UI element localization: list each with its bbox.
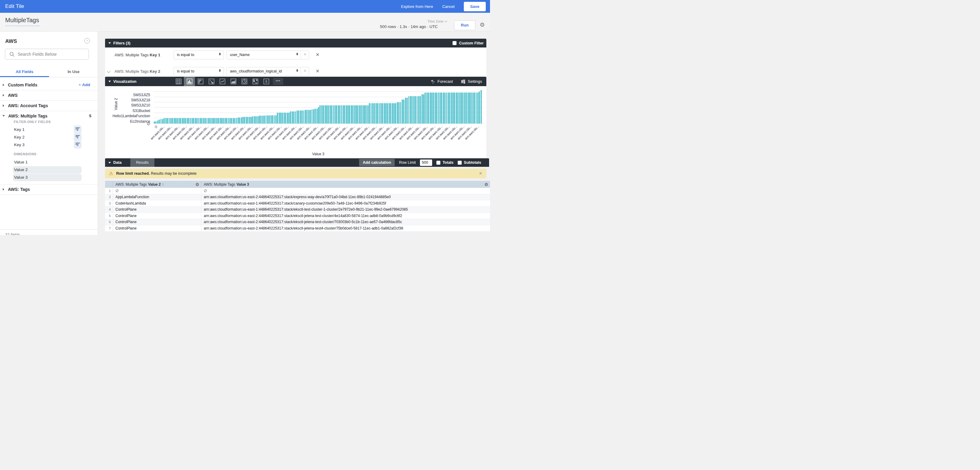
add-custom-field-button[interactable]: + Add [79,83,90,87]
bar [303,111,304,124]
filter-icon[interactable] [74,141,82,149]
gear-icon[interactable]: ⚙ [484,183,488,187]
bar [244,117,245,124]
chevron-down-icon[interactable] [107,70,110,73]
chart-type-bar-icon[interactable] [195,77,206,86]
bar [443,92,444,124]
column-header-value-3[interactable]: AWS: Multiple Tags Value 3 ⚙ [201,181,490,188]
bar [426,92,428,124]
section-aws-tags[interactable]: AWS: Tags [0,184,98,194]
explore-from-here-link[interactable]: Explore from Here [401,4,433,9]
visualization-header[interactable]: Visualization [113,79,137,84]
select-arrows-icon [219,52,221,56]
caret-right-icon [3,94,4,97]
bar [323,105,324,124]
bar [366,105,367,124]
bar [300,111,301,124]
bar [170,118,172,123]
filter-row-key-1: AWS: Multiple Tags Key 1 is equal to use… [105,51,486,59]
query-stats: 500 rows · 1.3s · 14m ago · UTC [380,24,438,29]
data-header-label[interactable]: Data [113,160,121,165]
bar [418,96,419,124]
filter-operator-select[interactable]: is equal to [173,51,224,59]
subtotals-checkbox[interactable] [458,161,462,165]
bar [444,92,445,124]
bar [161,119,162,124]
bar [333,105,334,124]
section-aws-multiple-tags[interactable]: AWS: Multiple Tags 5 [0,111,98,121]
chart-type-column-icon-selected[interactable] [184,77,195,86]
totals-checkbox[interactable] [436,161,441,165]
bar [468,92,469,124]
chart-type-pie-icon[interactable] [239,77,250,86]
chart-type-scatter-icon[interactable] [206,77,217,86]
chart-type-single-value-icon[interactable]: 6 [261,77,272,86]
chart-type-table-icon[interactable] [173,77,184,86]
results-tab[interactable]: Results [130,158,154,167]
bar [466,92,467,124]
bar [262,116,263,123]
bar [351,105,352,124]
custom-filter-checkbox[interactable] [453,41,457,45]
section-custom-fields[interactable]: Custom Fields + Add [0,80,98,90]
bar [388,103,390,123]
collapse-sidebar-button[interactable]: ‹ [84,38,90,43]
remove-filter-icon[interactable]: × [316,51,320,58]
bar [182,118,183,123]
y-tick-label: S31Bucket [105,109,150,113]
field-key-2: Key 2 [0,133,98,141]
bar [254,116,255,124]
cancel-button[interactable]: Cancel [442,4,454,9]
table-row: 1 ∅ ∅ [105,188,490,194]
visualization-panel: Visualization [105,77,486,158]
settings-button[interactable]: Settings [461,79,482,84]
caret-down-icon[interactable] [108,81,111,82]
chart-type-map-icon[interactable] [250,77,261,86]
add-calculation-button[interactable]: Add calculation [359,159,395,166]
more-chart-types-icon[interactable]: ••• [273,78,283,85]
remove-filter-icon[interactable]: × [316,68,320,75]
chart-type-line-icon[interactable] [217,77,228,86]
tile-title-input[interactable]: MultipleTags [5,17,39,26]
bar [207,118,208,123]
section-aws-account-tags[interactable]: AWS: Account Tags [0,100,98,111]
select-arrows-icon [219,69,221,72]
caret-down-icon[interactable] [108,162,111,164]
bar [334,105,336,124]
filters-panel: Filters (3) Custom Filter AWS: Multiple … [105,39,486,77]
bar [247,117,248,124]
bar [252,116,253,124]
section-field-count: 5 [89,114,91,118]
forecast-button[interactable]: Forecast [430,79,453,84]
time-zone-dropdown[interactable]: Time Zone [428,19,447,23]
row-limit-input[interactable] [420,159,432,166]
bar [325,105,326,124]
search-field[interactable] [5,49,89,60]
chart-type-area-icon[interactable] [228,77,239,86]
custom-filter-label: Custom Filter [459,41,484,45]
filter-operator-select[interactable]: is equal to [173,67,224,76]
caret-down-icon[interactable] [108,42,111,44]
bar [408,96,410,124]
save-button[interactable]: Save [464,2,486,11]
gear-icon[interactable]: ⚙ [195,183,199,187]
filter-icon[interactable] [74,125,82,133]
close-icon[interactable]: × [479,170,482,176]
filter-icon[interactable] [74,133,82,141]
column-header-value-2[interactable]: AWS: Multiple Tags Value 2↑ ⚙ [113,181,201,188]
bar [371,103,372,123]
tab-in-use[interactable]: In Use [49,68,98,77]
filter-only-fields-heading: FILTER-ONLY FIELDS [14,120,51,124]
clear-value-icon[interactable]: × [301,51,309,59]
gear-icon[interactable]: ⚙ [480,22,485,28]
caret-right-icon [3,105,4,107]
clear-value-icon[interactable]: × [301,67,309,75]
filters-header[interactable]: Filters (3) [113,41,130,45]
run-button[interactable]: Run [454,21,476,30]
bar [264,116,265,123]
section-aws[interactable]: AWS [0,90,98,100]
bar [436,92,438,124]
bar [308,110,309,123]
search-input[interactable] [18,52,82,57]
tab-all-fields[interactable]: All Fields [0,68,49,77]
